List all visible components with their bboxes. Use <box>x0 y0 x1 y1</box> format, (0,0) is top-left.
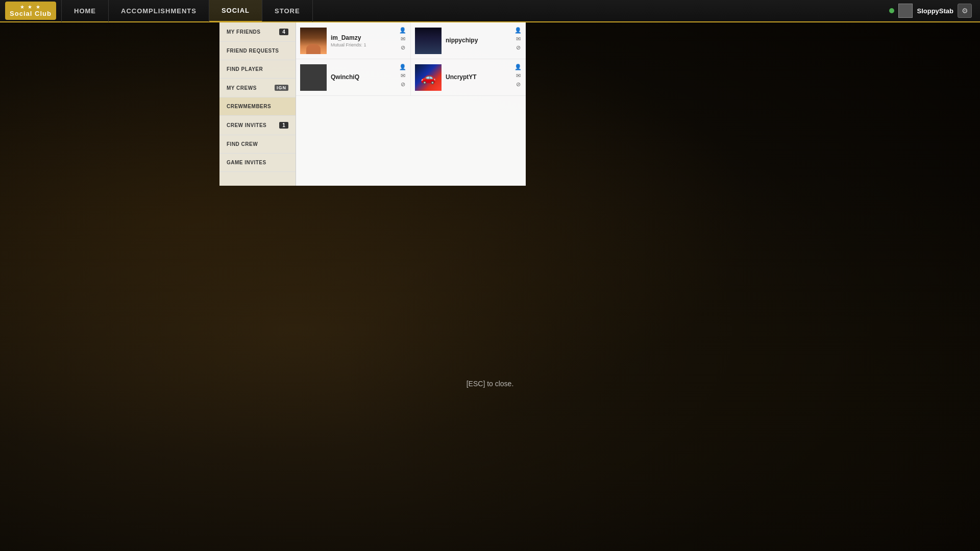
nav-items: HOME ACCOMPLISHMENTS SOCIAL STORE <box>61 0 889 22</box>
friend-name-nippychipy: nippychipy <box>446 37 522 44</box>
nav-home-label: HOME <box>74 7 96 15</box>
sidebar-find-crew-label: FIND CREW <box>227 141 258 147</box>
sidebar-item-crewmembers[interactable]: CREWMEMBERS <box>219 97 296 116</box>
friend-card-uncryptyt: UncryptYT 👤 ✉ ⊘ <box>411 59 526 96</box>
friend-avatar-im-damzy <box>300 28 327 54</box>
settings-button[interactable]: ⚙ <box>958 4 972 18</box>
sidebar-item-my-friends[interactable]: MY FRIENDS 4 <box>219 22 296 42</box>
logo-text: Social Club <box>10 10 52 17</box>
message-icon-uncryptyt[interactable]: ✉ <box>514 72 522 79</box>
username-label: SloppyStab <box>917 7 953 15</box>
sidebar-item-crew-invites[interactable]: CREW INVITES 1 <box>219 116 296 135</box>
friend-avatar-uncryptyt <box>415 64 442 91</box>
friend-info-uncryptyt: UncryptYT <box>446 73 522 82</box>
esc-hint-text: [ESC] to close. <box>467 380 514 388</box>
sidebar-crewmembers-label: CREWMEMBERS <box>227 104 271 109</box>
content-area: im_Damzy Mutual Friends: 1 👤 ✉ ⊘ nippych… <box>296 22 526 186</box>
friend-card-qwinchiq: QwinchiQ 👤 ✉ ⊘ <box>296 59 411 96</box>
block-icon-qwinchiq[interactable]: ⊘ <box>399 81 406 88</box>
logo-inner: ★ ★ ★ Social Club <box>5 2 56 20</box>
nav-store[interactable]: STORE <box>262 0 313 22</box>
nav-store-label: STORE <box>275 7 300 15</box>
friend-info-nippychipy: nippychipy <box>446 37 522 45</box>
friend-info-qwinchiq: QwinchiQ <box>331 73 406 82</box>
profile-icon-qwinchiq[interactable]: 👤 <box>399 63 406 70</box>
sidebar-item-find-player[interactable]: FIND PLAYER <box>219 60 296 79</box>
sidebar-my-crews-tag: IGN <box>275 85 288 91</box>
esc-hint: [ESC] to close. <box>467 380 514 388</box>
online-indicator <box>889 8 894 13</box>
sidebar-friend-requests-label: FRIEND REQUESTS <box>227 48 279 54</box>
friend-card-im-damzy: im_Damzy Mutual Friends: 1 👤 ✉ ⊘ <box>296 22 411 59</box>
sidebar-find-player-label: FIND PLAYER <box>227 66 263 72</box>
nav-accomplishments[interactable]: ACCOMPLISHMENTS <box>109 0 209 22</box>
friend-name-uncryptyt: UncryptYT <box>446 73 522 81</box>
profile-icon-uncryptyt[interactable]: 👤 <box>514 63 522 70</box>
logo: ★ ★ ★ Social Club <box>0 0 61 22</box>
sidebar-my-friends-label: MY FRIENDS <box>227 29 261 35</box>
friend-name-qwinchiq: QwinchiQ <box>331 73 406 81</box>
message-icon-im-damzy[interactable]: ✉ <box>399 35 406 42</box>
block-icon-nippychipy[interactable]: ⊘ <box>514 44 522 51</box>
sidebar-crew-invites-badge: 1 <box>279 122 288 129</box>
sidebar-item-friend-requests[interactable]: FRIEND REQUESTS <box>219 42 296 60</box>
nav-right: SloppyStab ⚙ <box>889 4 980 18</box>
friend-name-im-damzy: im_Damzy <box>331 34 406 41</box>
logo-star-icon: ★ ★ ★ <box>20 4 42 10</box>
nav-social[interactable]: SOCIAL <box>209 0 262 22</box>
friend-actions-nippychipy: 👤 ✉ ⊘ <box>514 27 522 51</box>
sidebar: MY FRIENDS 4 FRIEND REQUESTS FIND PLAYER… <box>219 22 296 186</box>
block-icon-uncryptyt[interactable]: ⊘ <box>514 81 522 88</box>
main-panel: MY FRIENDS 4 FRIEND REQUESTS FIND PLAYER… <box>219 22 526 186</box>
block-icon-im-damzy[interactable]: ⊘ <box>399 44 406 51</box>
sidebar-crew-invites-label: CREW INVITES <box>227 122 266 128</box>
nav-accomplishments-label: ACCOMPLISHMENTS <box>121 7 197 15</box>
friend-avatar-nippychipy <box>415 28 442 54</box>
user-avatar <box>898 4 913 18</box>
profile-icon-nippychipy[interactable]: 👤 <box>514 27 522 34</box>
nav-social-label: SOCIAL <box>222 7 250 14</box>
friend-mutual-im-damzy: Mutual Friends: 1 <box>331 42 406 47</box>
sidebar-my-crews-label: MY CREWS <box>227 85 257 91</box>
friend-actions-uncryptyt: 👤 ✉ ⊘ <box>514 63 522 88</box>
friend-actions-im-damzy: 👤 ✉ ⊘ <box>399 27 406 51</box>
sidebar-item-find-crew[interactable]: FIND CREW <box>219 135 296 154</box>
friends-grid: im_Damzy Mutual Friends: 1 👤 ✉ ⊘ nippych… <box>296 22 526 96</box>
message-icon-qwinchiq[interactable]: ✉ <box>399 72 406 79</box>
sidebar-my-friends-badge: 4 <box>279 29 288 35</box>
friend-card-nippychipy: nippychipy 👤 ✉ ⊘ <box>411 22 526 59</box>
sidebar-game-invites-label: GAME INVITES <box>227 160 266 165</box>
gear-icon: ⚙ <box>962 7 968 15</box>
friend-info-im-damzy: im_Damzy Mutual Friends: 1 <box>331 34 406 47</box>
navbar: ★ ★ ★ Social Club HOME ACCOMPLISHMENTS S… <box>0 0 980 22</box>
nav-home[interactable]: HOME <box>61 0 109 22</box>
sidebar-item-game-invites[interactable]: GAME INVITES <box>219 154 296 172</box>
profile-icon-im-damzy[interactable]: 👤 <box>399 27 406 34</box>
friend-avatar-qwinchiq <box>300 64 327 91</box>
message-icon-nippychipy[interactable]: ✉ <box>514 35 522 42</box>
sidebar-item-my-crews[interactable]: MY CREWS IGN <box>219 79 296 97</box>
friend-actions-qwinchiq: 👤 ✉ ⊘ <box>399 63 406 88</box>
